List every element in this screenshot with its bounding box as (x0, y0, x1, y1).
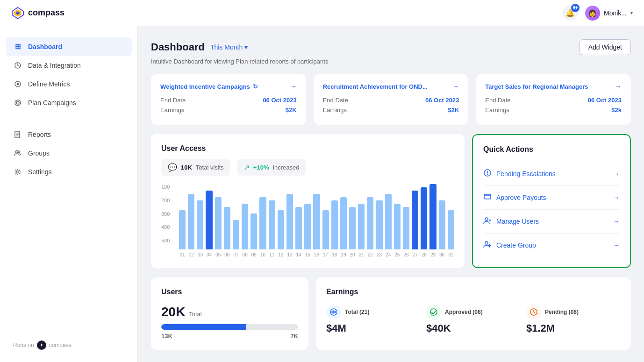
sidebar-secondary-section: Reports Groups Settings (6, 121, 132, 185)
qa-label: Create Group (496, 241, 536, 249)
stats-row: Users 20K Total 13K 7K Earnings (151, 277, 631, 350)
bar-14 (304, 204, 311, 249)
svg-point-15 (485, 218, 488, 220)
x-label-25: 26 (403, 252, 409, 257)
main-content: Dashboard This Month ▾ Add Widget Intuit… (138, 26, 644, 362)
earn-header: Pending (08) (526, 305, 621, 319)
end-date-value: 06 Oct 2023 (263, 97, 296, 104)
sidebar-item-define-metrics[interactable]: Define Metrics (6, 75, 132, 93)
pending-earnings-label: Pending (08) (545, 309, 579, 315)
sidebar-item-label: Settings (28, 168, 52, 176)
x-label-27: 28 (421, 252, 427, 257)
bar-18 (340, 197, 347, 249)
total-earnings-label: Total (21) (345, 309, 369, 315)
sidebar-item-plan-campaigns[interactable]: Plan Campaigns (6, 93, 132, 112)
total-earnings-amount: $4M (326, 322, 421, 334)
y-label: 100 (161, 184, 176, 190)
end-date-value: 06 Oct 2023 (588, 97, 622, 104)
svg-point-16 (485, 241, 488, 244)
increase-chip: ↗ +10% Increased (237, 159, 306, 176)
qa-item-approve-payouts[interactable]: Approve Payouts → (483, 186, 620, 210)
groups-icon (13, 149, 22, 158)
bar-0 (179, 210, 186, 249)
sidebar-item-reports[interactable]: Reports (6, 125, 132, 144)
users-total-row: 20K Total (161, 305, 298, 319)
card-title-row: Target Sales for Regional Managers → (485, 83, 622, 90)
svg-point-10 (18, 151, 20, 153)
bar-3 (206, 191, 212, 249)
period-label: This Month (210, 43, 243, 51)
bar-10 (269, 200, 275, 249)
campaign-card-2: Target Sales for Regional Managers → End… (476, 74, 631, 125)
footer-brand: compass (49, 342, 72, 348)
bar-4 (215, 197, 222, 249)
earnings-grid: Total (21) $4M Approved (08) $40K (326, 305, 621, 334)
pending-earnings-amount: $1.2M (526, 322, 621, 334)
end-date-label: End Date (485, 97, 510, 104)
user-access-title: User Access (161, 144, 454, 153)
earnings-pending: Pending (08) $1.2M (526, 305, 621, 334)
y-axis-labels: 500 400 300 200 100 (161, 184, 176, 243)
payout-icon (483, 192, 492, 203)
bar-27 (421, 187, 427, 249)
arrow-icon: → (613, 241, 620, 249)
card-arrow-icon[interactable]: → (452, 83, 459, 90)
bar-21 (367, 197, 373, 249)
bar-17 (331, 200, 338, 249)
earnings-approved: Approved (08) $40K (426, 305, 521, 334)
x-label-23: 24 (385, 252, 392, 257)
layout: ⊞ Dashboard Data & Integration Define Me… (0, 26, 644, 362)
avatar: 👩 (585, 6, 600, 21)
page-header: Dashboard This Month ▾ Add Widget (151, 39, 631, 55)
notification-button[interactable]: 🔔 9+ (563, 6, 578, 21)
card-arrow-icon[interactable]: → (290, 83, 297, 90)
x-label-7: 08 (242, 252, 248, 257)
users-total-label: Total (189, 311, 201, 318)
add-widget-button[interactable]: Add Widget (580, 39, 631, 55)
x-label-17: 18 (331, 252, 338, 257)
topnav: compass 🔔 9+ 👩 Monik... ▾ (0, 0, 644, 26)
user-menu[interactable]: 👩 Monik... ▾ (585, 6, 633, 21)
arrow-icon: → (613, 218, 620, 225)
users-total-num: 20K (161, 305, 185, 319)
period-filter-button[interactable]: This Month ▾ (210, 43, 248, 51)
bar-29 (439, 200, 445, 249)
card-arrow-icon[interactable]: → (615, 83, 622, 90)
page-title-row: Dashboard This Month ▾ (151, 41, 248, 53)
y-label: 500 (161, 238, 176, 243)
earnings-value: $2k (611, 106, 622, 114)
x-label-19: 20 (349, 252, 356, 257)
users-sub-num2: 7K (290, 333, 298, 340)
manage-users-icon (483, 216, 492, 227)
bar-chart: 500 400 300 200 100 01020304050607080910… (161, 184, 454, 257)
bar-24 (394, 204, 401, 249)
qa-label: Pending Escalations (496, 170, 556, 177)
earnings-total: Total (21) $4M (326, 305, 421, 334)
approved-earnings-label: Approved (08) (445, 309, 483, 315)
qa-left: Create Group (483, 240, 536, 250)
x-label-5: 06 (224, 252, 230, 257)
increase-label: Increased (272, 164, 299, 171)
users-sub-num1: 13K (161, 333, 172, 340)
sidebar-item-data-integration[interactable]: Data & Integration (6, 56, 132, 75)
users-card: Users 20K Total 13K 7K (151, 277, 308, 350)
svg-point-6 (15, 100, 21, 106)
bars-container (179, 184, 454, 249)
qa-item-manage-users[interactable]: Manage Users → (483, 210, 620, 234)
qa-item-pending-escalations[interactable]: Pending Escalations → (483, 162, 620, 186)
users-progress-fill (161, 324, 246, 330)
sidebar-item-settings[interactable]: Settings (6, 163, 132, 181)
sidebar-item-label: Define Metrics (28, 80, 70, 88)
plan-campaigns-icon (13, 98, 22, 107)
notification-badge: 9+ (571, 4, 580, 12)
bar-28 (429, 184, 436, 249)
x-label-11: 12 (278, 252, 284, 257)
chevron-down-icon: ▾ (630, 10, 633, 15)
end-date-label: End Date (323, 97, 348, 104)
qa-item-create-group[interactable]: Create Group → (483, 234, 620, 257)
sidebar-item-dashboard[interactable]: ⊞ Dashboard (6, 37, 132, 56)
refresh-icon[interactable]: ↻ (253, 83, 258, 90)
sidebar-item-label: Data & Integration (28, 62, 81, 69)
sidebar-item-groups[interactable]: Groups (6, 144, 132, 163)
earn-header: Total (21) (326, 305, 421, 319)
